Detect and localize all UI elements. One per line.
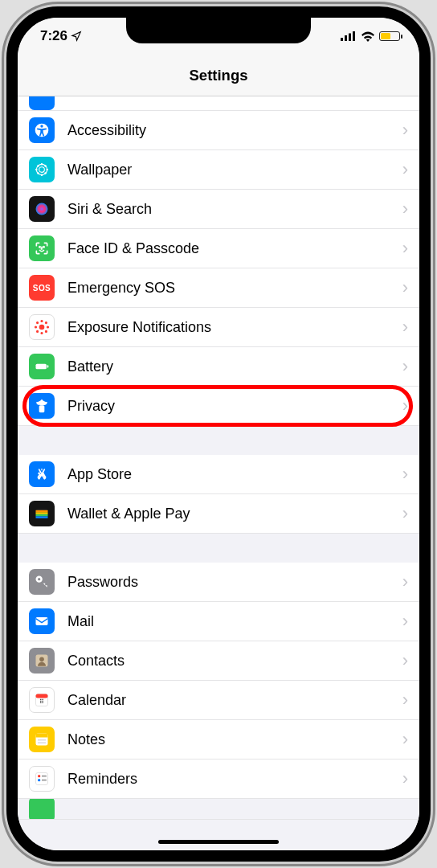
svg-rect-0 [341,38,343,41]
row-label-calendar: Calendar [67,692,402,709]
chevron-right-icon: › [402,768,408,789]
row-label-battery: Battery [67,358,402,375]
row-label-siri: Siri & Search [67,201,402,218]
chevron-right-icon: › [402,729,408,750]
svg-point-40 [39,657,44,662]
wallet-icon [29,501,55,526]
mail-icon [29,608,55,634]
row-label-passwords: Passwords [67,574,402,591]
reminders-icon [29,766,55,792]
row-wallpaper[interactable]: Wallpaper› [18,150,419,190]
svg-point-17 [39,247,40,248]
row-battery[interactable]: Battery› [18,347,419,387]
row-appstore[interactable]: App Store› [18,455,419,494]
row-calendar[interactable]: ⠿Calendar› [18,681,419,720]
svg-rect-48 [36,773,48,785]
row-notes[interactable]: Notes› [18,720,419,760]
row-partial-bottom[interactable] [18,799,419,820]
svg-point-12 [37,165,39,167]
svg-point-37 [38,578,40,580]
chevron-right-icon: › [402,317,408,338]
settings-list[interactable]: Accessibility›Wallpaper›Siri & Search›Fa… [18,96,419,850]
row-contacts[interactable]: Contacts› [18,641,419,681]
chevron-right-icon: › [402,120,408,141]
chevron-right-icon: › [402,611,408,632]
row-privacy[interactable]: Privacy› [18,387,419,426]
partial-bottom-icon [29,799,55,820]
faceid-icon [29,235,55,261]
svg-rect-3 [353,31,355,41]
svg-point-50 [38,779,40,781]
row-accessibility[interactable]: Accessibility› [18,111,419,150]
svg-point-21 [41,333,43,334]
row-sos[interactable]: SOSEmergency SOS› [18,268,419,308]
home-indicator[interactable] [158,840,279,844]
accessibility-icon [29,117,55,143]
svg-rect-33 [36,512,48,514]
svg-point-16 [36,203,48,215]
svg-point-25 [45,322,47,324]
page-title: Settings [190,67,248,84]
svg-rect-28 [36,364,47,370]
row-label-exposure: Exposure Notifications [67,319,402,336]
chevron-right-icon: › [402,395,408,416]
battery-icon [379,31,400,41]
svg-point-11 [46,169,47,171]
svg-point-9 [41,174,43,176]
svg-point-20 [41,321,43,322]
notes-icon [29,727,55,752]
wallpaper-icon [29,157,55,182]
phone-frame: 7:26 Settings Accessibility›Wallpaper›Si… [6,6,431,862]
svg-point-13 [44,165,47,167]
row-faceid[interactable]: Face ID & Passcode› [18,229,419,268]
battery-icon [29,354,55,379]
section-gap [18,426,419,455]
svg-rect-29 [47,365,49,367]
row-wallet[interactable]: Wallet & Apple Pay› [18,494,419,534]
svg-point-24 [37,322,39,324]
row-exposure[interactable]: Exposure Notifications› [18,308,419,347]
row-siri[interactable]: Siri & Search› [18,190,419,229]
row-label-sos: Emergency SOS [67,280,402,297]
svg-point-19 [39,325,45,330]
siri-icon [29,196,55,222]
row-reminders[interactable]: Reminders› [18,760,419,799]
contacts-icon [29,648,55,674]
cellular-icon [341,31,357,41]
svg-point-49 [38,775,40,777]
passwords-icon [29,569,55,595]
svg-point-22 [35,326,37,328]
chevron-right-icon: › [402,690,408,710]
svg-point-7 [39,167,45,173]
svg-rect-30 [39,405,45,412]
svg-point-23 [47,326,49,328]
notch [126,18,311,43]
svg-point-15 [44,172,47,174]
row-label-accessibility: Accessibility [67,122,402,139]
svg-point-26 [37,330,39,332]
chevron-right-icon: › [402,356,408,377]
row-label-contacts: Contacts [67,653,402,669]
row-label-mail: Mail [67,613,402,630]
row-passwords[interactable]: Passwords› [18,563,419,602]
svg-rect-2 [349,34,351,42]
chevron-right-icon: › [402,571,408,592]
svg-point-18 [43,247,44,248]
sos-icon: SOS [29,275,55,301]
svg-point-27 [45,330,47,332]
section-gap [18,534,419,563]
svg-point-14 [37,172,39,174]
chevron-right-icon: › [402,464,408,485]
row-label-faceid: Face ID & Passcode [67,240,402,257]
chevron-right-icon: › [402,238,408,259]
nav-header: Settings [18,55,419,96]
exposure-icon [29,314,55,340]
svg-rect-34 [36,514,48,517]
row-label-wallet: Wallet & Apple Pay [67,506,402,522]
svg-text:⠿: ⠿ [39,698,44,706]
row-mail[interactable]: Mail› [18,602,419,641]
chevron-right-icon: › [402,199,408,219]
chevron-right-icon: › [402,277,408,298]
wifi-icon [361,31,375,42]
chevron-right-icon: › [402,503,408,524]
